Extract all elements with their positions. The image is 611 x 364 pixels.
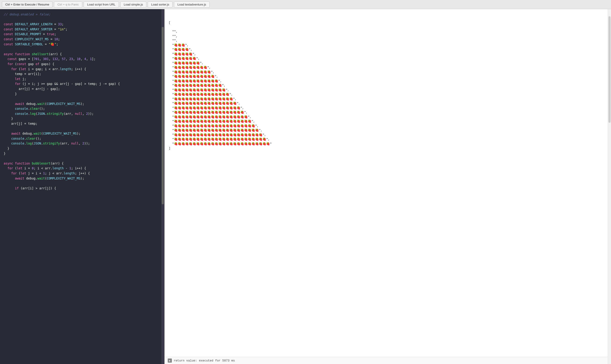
code-editor[interactable]: // debug.enabled = false; const DEFAULT_… [0,9,161,364]
editor-scrollbar[interactable] [161,9,165,364]
toolbar: Ctrl + Enter to Execute / Resume Ctrl + … [0,0,611,9]
load-sorter-button[interactable]: Load sorter.js [148,1,173,8]
editor-scrollbar-thumb[interactable] [162,27,164,204]
editor-pane: // debug.enabled = false; const DEFAULT_… [0,9,161,364]
panic-button[interactable]: Ctrl + q to Panic [54,1,82,8]
output-status: ▶ return value: executed for 5873 ms [165,357,608,364]
status-icon: ▶ [168,358,172,363]
load-url-button[interactable]: Load script from URL [84,1,119,8]
main-layout: // debug.enabled = false; const DEFAULT_… [0,9,611,364]
return-label: return value: [174,359,197,362]
output-scrollbar-thumb[interactable] [609,16,611,123]
output-content[interactable]: [ "", "", "", "🍓🍓🍓", "🍓🍓🍓🍓", "🍓🍓🍓🍓🍓", "🍓… [165,9,608,357]
output-scrollbar[interactable] [608,9,611,364]
load-simple-button[interactable]: Load simple.js [120,1,146,8]
output-pane: [ "", "", "", "🍓🍓🍓", "🍓🍓🍓🍓", "🍓🍓🍓🍓🍓", "🍓… [165,9,608,364]
execute-button[interactable]: Ctrl + Enter to Execute / Resume [2,1,53,8]
load-textadventure-button[interactable]: Load textadventure.js [174,1,209,8]
executed-label: executed for 5873 ms [199,359,235,362]
output-display: [ "", "", "", "🍓🍓🍓", "🍓🍓🍓🍓", "🍓🍓🍓🍓🍓", "🍓… [169,20,604,151]
